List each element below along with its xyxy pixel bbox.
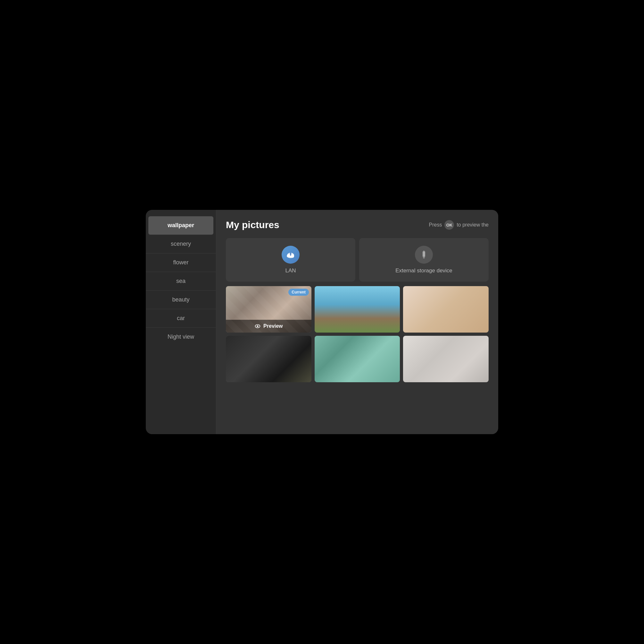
source-row: LAN External storage device xyxy=(226,238,489,282)
preview-overlay[interactable]: Preview xyxy=(226,320,311,333)
header-hint: Press OK to preview the xyxy=(429,220,489,230)
image-img2 xyxy=(315,286,400,333)
source-card-lan[interactable]: LAN xyxy=(226,238,355,282)
svg-rect-5 xyxy=(290,254,291,256)
usb-label: External storage device xyxy=(395,268,452,274)
svg-point-7 xyxy=(423,257,425,259)
hint-prefix: Press xyxy=(429,222,442,228)
usb-icon xyxy=(415,246,433,264)
sidebar-item-sea[interactable]: sea xyxy=(146,272,216,291)
svg-point-10 xyxy=(257,326,259,327)
sidebar-item-wallpaper[interactable]: wallpaper xyxy=(148,216,213,235)
image-card-img3[interactable] xyxy=(403,286,489,333)
sidebar: wallpapersceneryflowerseabeautycarNight … xyxy=(146,210,216,434)
image-card-img6[interactable] xyxy=(403,336,489,382)
svg-point-9 xyxy=(255,325,260,328)
preview-label: Preview xyxy=(263,323,283,329)
svg-point-3 xyxy=(291,255,294,258)
page-title: My pictures xyxy=(226,219,279,230)
ok-badge: OK xyxy=(444,220,454,230)
lan-label: LAN xyxy=(285,268,296,274)
image-img6 xyxy=(403,336,489,382)
svg-point-2 xyxy=(287,254,291,258)
sidebar-item-flower[interactable]: flower xyxy=(146,253,216,272)
image-img5 xyxy=(315,336,400,382)
eye-icon xyxy=(254,323,261,329)
image-grid: Current Preview xyxy=(226,286,489,382)
image-card-img1[interactable]: Current Preview xyxy=(226,286,311,333)
image-img3 xyxy=(403,286,489,333)
image-card-img5[interactable] xyxy=(315,336,400,382)
image-card-img2[interactable] xyxy=(315,286,400,333)
main-content: My pictures Press OK to preview the LAN … xyxy=(216,210,498,434)
sidebar-item-car[interactable]: car xyxy=(146,309,216,328)
svg-rect-6 xyxy=(423,251,425,257)
tv-frame: wallpapersceneryflowerseabeautycarNight … xyxy=(146,210,498,434)
header: My pictures Press OK to preview the xyxy=(226,219,489,230)
current-badge: Current xyxy=(288,289,309,296)
sidebar-item-night-view[interactable]: Night view xyxy=(146,328,216,346)
svg-rect-8 xyxy=(424,251,425,252)
source-card-usb[interactable]: External storage device xyxy=(359,238,489,282)
sidebar-item-beauty[interactable]: beauty xyxy=(146,291,216,309)
image-card-img4[interactable] xyxy=(226,336,311,382)
image-img4 xyxy=(226,336,311,382)
lan-icon xyxy=(282,246,300,264)
hint-suffix: to preview the xyxy=(457,222,489,228)
sidebar-item-scenery[interactable]: scenery xyxy=(146,235,216,253)
image-img1: Current Preview xyxy=(226,286,311,333)
